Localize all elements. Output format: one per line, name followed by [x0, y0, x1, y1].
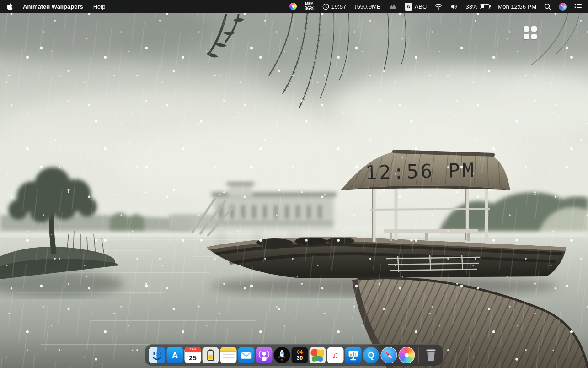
- grid-cell: [531, 34, 537, 39]
- volume-icon: [450, 4, 458, 10]
- wifi-icon: [434, 4, 443, 10]
- grid-cell: [531, 26, 537, 32]
- battery-glyph-icon: [203, 347, 219, 363]
- mountain-status-item[interactable]: [389, 3, 397, 10]
- compass-needle-icon: [381, 347, 397, 363]
- trash-dock-icon[interactable]: [423, 347, 439, 363]
- dock-divider: [419, 347, 419, 363]
- stickers-dock-icon[interactable]: [310, 347, 326, 363]
- wallpaper-scene: [0, 0, 588, 368]
- notes-dock-icon[interactable]: [220, 347, 237, 363]
- memory-status-item[interactable]: MEM 36%: [305, 2, 315, 11]
- app-store-letter: A: [172, 351, 178, 360]
- volume-status-item[interactable]: [450, 4, 458, 10]
- mountain-icon: [389, 3, 397, 10]
- app-store-dock-icon[interactable]: A: [167, 347, 183, 363]
- download-value: ↓590.9MB: [354, 3, 381, 10]
- input-letter-badge: A: [405, 3, 412, 11]
- network-throughput-item[interactable]: ↓590.9MB: [354, 3, 381, 10]
- quicktime-letter: Q: [368, 351, 374, 360]
- wifi-status-item[interactable]: [434, 4, 443, 10]
- calendar-dock-icon[interactable]: JAN 25: [185, 347, 201, 363]
- notes-header: [220, 347, 237, 352]
- battery-status-item[interactable]: 33%: [465, 3, 490, 10]
- siri-icon: [559, 3, 567, 11]
- sticker-shape: [318, 357, 323, 362]
- menu-bar-clock[interactable]: Mon 12:56 PM: [497, 3, 536, 10]
- desktop-grid-widget-button[interactable]: [524, 26, 537, 39]
- calendar-month: JAN: [185, 347, 201, 352]
- music-note-icon: ♫: [332, 350, 339, 361]
- music-dock-icon[interactable]: ♫: [327, 347, 344, 363]
- siri-menu-item[interactable]: [559, 3, 567, 11]
- finder-dock-icon[interactable]: [149, 347, 166, 363]
- search-icon: [544, 3, 551, 10]
- podium-chart-icon: [345, 347, 362, 363]
- notification-list-menu-item[interactable]: [574, 4, 582, 9]
- grid-cell: [524, 34, 529, 39]
- input-source-indicator[interactable]: A ABC: [405, 3, 427, 11]
- app-menu-title[interactable]: Animated Wallpapers: [23, 3, 83, 10]
- menu-bar: Animated Wallpapers Help MEM 36% 19:57 ↓…: [0, 0, 588, 13]
- apple-icon: [6, 3, 13, 11]
- menu-list-icon: [574, 4, 582, 9]
- battery-app-dock-icon[interactable]: [203, 347, 219, 363]
- battery-fill: [481, 5, 484, 8]
- mem-value: 36%: [305, 6, 315, 11]
- trash-icon: [423, 347, 439, 363]
- animated-wallpapers-dock-icon[interactable]: [399, 347, 415, 363]
- wallpaper-app-status-item[interactable]: [289, 3, 297, 10]
- pinwheel-icon: [289, 3, 297, 10]
- clock-icon: [322, 3, 329, 10]
- calendar-day: 25: [185, 352, 201, 363]
- wallpaper: 12:56 PM: [0, 0, 588, 368]
- timer-status-item[interactable]: 19:57: [322, 3, 347, 10]
- wallpaper-clock-overlay: 12:56 PM: [359, 159, 482, 184]
- apple-menu[interactable]: [6, 3, 13, 11]
- spotlight-search[interactable]: [544, 3, 551, 10]
- notes-line: [223, 357, 234, 358]
- dock: A JAN 25: [145, 344, 444, 366]
- mem-label: MEM: [305, 2, 313, 5]
- mail-dock-icon[interactable]: [238, 347, 255, 363]
- rocket-icon: [274, 347, 290, 363]
- clock-value: Mon 12:56 PM: [497, 3, 536, 10]
- timer-value: 19:57: [331, 3, 347, 10]
- menu-help[interactable]: Help: [93, 3, 106, 10]
- grid-cell: [524, 26, 529, 32]
- keynote-dock-icon[interactable]: [345, 347, 362, 363]
- date-app-top: 04: [297, 350, 302, 355]
- input-source-label: ABC: [415, 3, 427, 10]
- envelope-icon: [238, 347, 255, 363]
- quicktime-dock-icon[interactable]: Q: [363, 347, 380, 363]
- podcasts-person-icon: [256, 347, 273, 363]
- safari-dock-icon[interactable]: [381, 347, 397, 363]
- podcasts-dock-icon[interactable]: [256, 347, 273, 363]
- notes-line: [223, 354, 234, 355]
- rocket-launcher-dock-icon[interactable]: [274, 347, 290, 363]
- battery-percent: 33%: [465, 3, 477, 10]
- battery-icon: [480, 4, 490, 9]
- date-app-dock-icon[interactable]: 04 30: [292, 347, 308, 363]
- date-app-bottom: 30: [297, 355, 303, 361]
- desktop: 12:56 PM Animated Wallpapers Help MEM 36…: [0, 0, 588, 368]
